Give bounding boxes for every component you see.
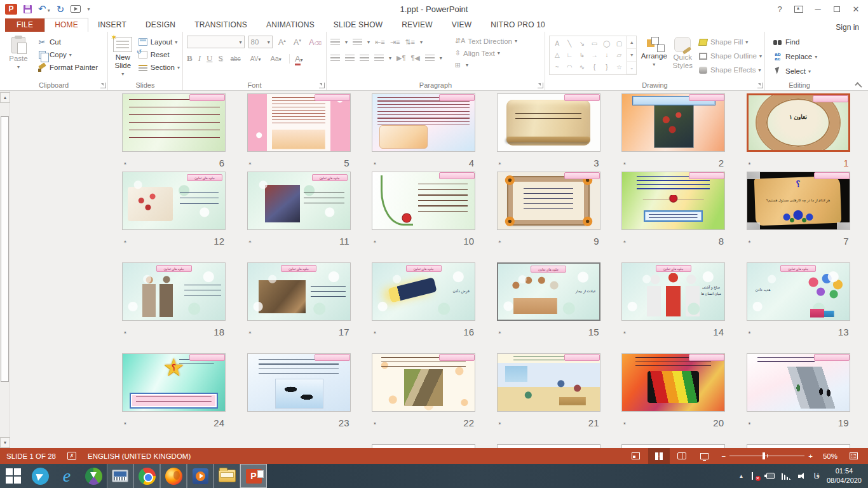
shapes-more-icon[interactable]: ⌄ <box>627 62 636 74</box>
slide-thumbnail[interactable]: تعاون ۱ <box>747 93 850 152</box>
slide-thumbnail[interactable]: جلوه های تعاون صلح و آشتی میان انسان ها <box>621 262 725 321</box>
reading-view-button[interactable] <box>671 448 693 464</box>
fit-slide-to-window-button[interactable] <box>843 448 864 464</box>
shapes-scroll-up-icon[interactable]: ▲ <box>627 36 636 49</box>
font-size-combo[interactable]: 80▾ <box>248 36 273 48</box>
layout-button[interactable]: Layout▾ <box>138 37 180 47</box>
slide-thumbnail[interactable] <box>372 93 475 152</box>
slide-thumbnail[interactable]: جلوه های تعاون <box>247 262 351 321</box>
slide-thumbnail[interactable] <box>372 172 475 230</box>
align-left-icon[interactable] <box>330 55 340 62</box>
slide-show-button[interactable] <box>694 448 715 464</box>
reset-button[interactable]: Reset <box>138 50 180 60</box>
tab-animations[interactable]: ANIMATIONS <box>257 18 324 32</box>
file-explorer-icon[interactable] <box>214 464 240 488</box>
slide-thumbnail[interactable]: جلوه های تعاون <box>122 172 226 230</box>
format-painter-button[interactable]: Format Painter <box>37 62 98 72</box>
font-name-combo[interactable]: ▾ <box>187 36 245 48</box>
slide-thumbnail[interactable] <box>122 93 226 152</box>
telegram-icon[interactable] <box>27 464 53 488</box>
slide-thumbnail[interactable] <box>497 93 600 152</box>
tab-nitro-pro[interactable]: NITRO PRO 10 <box>481 18 555 32</box>
ltr-direction-icon[interactable]: ▶¶ <box>397 54 405 62</box>
zoom-out-button[interactable]: − <box>722 452 726 460</box>
vertical-scrollbar[interactable]: ▲ ▼ <box>0 91 10 448</box>
undo-button[interactable]: ↶ ▾ <box>38 3 50 15</box>
right-arrow-shape-icon[interactable]: → <box>591 51 597 58</box>
tab-file[interactable]: FILE <box>5 18 44 32</box>
rtl-direction-icon[interactable]: ¶◀ <box>410 54 419 62</box>
power-status-icon[interactable] <box>766 473 775 479</box>
volume-icon[interactable] <box>798 473 807 480</box>
change-case-button[interactable]: Aa▾ <box>268 55 283 62</box>
collapse-ribbon-icon[interactable] <box>855 82 862 89</box>
network-signal-icon[interactable] <box>782 473 791 480</box>
slide-thumbnail[interactable]: جلوه های تعاون <box>247 172 351 230</box>
paste-button[interactable]: Paste ▾ <box>4 36 33 80</box>
slide-thumbnail[interactable]: جلوه های تعاون <box>122 262 226 321</box>
slide-thumbnail[interactable] <box>621 93 725 152</box>
increase-indent-icon[interactable]: ⇥≡ <box>390 38 400 46</box>
slide-thumbnail[interactable] <box>621 353 725 412</box>
section-button[interactable]: Section▾ <box>138 62 180 72</box>
chrome-icon[interactable] <box>133 464 160 488</box>
shapes-gallery[interactable]: A╲↘▭◯▢△∟↳→↓▱~◠∿{}☆ ▲ ▼ ⌄ <box>549 36 637 75</box>
justify-icon[interactable] <box>374 55 384 62</box>
idm-icon[interactable] <box>80 464 107 488</box>
tab-design[interactable]: DESIGN <box>136 18 185 32</box>
drawing-dialog-launcher-icon[interactable] <box>757 83 763 88</box>
sign-in-link[interactable]: Sign in <box>836 23 868 32</box>
quick-styles-button[interactable]: Quick Styles <box>671 36 694 80</box>
bullets-icon[interactable] <box>330 39 340 46</box>
restore-button[interactable] <box>827 2 846 16</box>
slide-thumbnail[interactable] <box>621 172 725 230</box>
oval-shape-icon[interactable]: ◯ <box>603 40 610 47</box>
normal-view-button[interactable] <box>625 448 647 464</box>
right-brace-shape-icon[interactable]: } <box>606 64 607 71</box>
rounded-rectangle-shape-icon[interactable]: ▢ <box>616 40 622 47</box>
zoom-level[interactable]: 50% <box>823 452 837 460</box>
shrink-font-icon[interactable]: A▾ <box>292 37 303 47</box>
text-direction-button[interactable]: ⇵AText Direction▾ <box>455 37 517 45</box>
ribbon-display-options-button[interactable] <box>789 2 808 16</box>
star-shape-icon[interactable]: ☆ <box>616 64 622 71</box>
grow-font-icon[interactable]: A▴ <box>276 37 288 47</box>
slide-thumbnail[interactable] <box>747 353 850 412</box>
text-box-shape-icon[interactable]: A <box>555 40 559 47</box>
shape-outline-button[interactable]: Shape Outline▾ <box>698 51 762 61</box>
tab-insert[interactable]: INSERT <box>88 18 136 32</box>
convert-to-smartart-button[interactable]: ⊞▾ <box>455 61 517 69</box>
underline-button[interactable]: U <box>207 53 212 64</box>
arrow-shape-icon[interactable]: ↘ <box>580 40 585 47</box>
zoom-slider-thumb[interactable] <box>763 452 765 459</box>
clock[interactable]: 01:5408/04/2020 <box>827 466 862 485</box>
arc-shape-icon[interactable]: ◠ <box>567 64 573 71</box>
customize-qat-icon[interactable]: ▾ <box>87 6 90 12</box>
font-dialog-launcher-icon[interactable] <box>319 83 325 88</box>
paragraph-dialog-launcher-icon[interactable] <box>538 83 543 88</box>
corner-shape-shape-icon[interactable]: ▱ <box>617 51 622 58</box>
close-button[interactable]: ✕ <box>846 2 865 16</box>
elbow-connector-shape-icon[interactable]: ∟ <box>566 51 573 58</box>
tab-view[interactable]: VIEW <box>442 18 481 32</box>
scribble-shape-icon[interactable]: ~ <box>555 64 559 71</box>
text-shadow-button[interactable]: S <box>218 53 222 64</box>
find-button[interactable]: Find <box>773 37 817 47</box>
shape-effects-button[interactable]: Shape Effects▾ <box>698 65 762 75</box>
slide-thumbnail[interactable]: ؟ هر کدام از ما در چه کارهایی مسئول هستی… <box>747 172 850 230</box>
spell-check-icon[interactable] <box>67 452 76 460</box>
decrease-indent-icon[interactable]: ⇤≡ <box>375 38 385 46</box>
shape-fill-button[interactable]: Shape Fill▾ <box>698 37 762 47</box>
slide-thumbnail[interactable]: جلوه های تعاون قرض دادن <box>372 262 475 321</box>
slide-thumbnail[interactable] <box>497 172 600 230</box>
elbow-arrow-connector-shape-icon[interactable]: ↳ <box>580 51 585 58</box>
redo-icon[interactable]: ↻ <box>57 4 65 14</box>
columns-icon[interactable] <box>425 55 435 62</box>
italic-button[interactable]: I <box>198 53 201 64</box>
powerpoint-icon[interactable]: P <box>240 464 267 488</box>
scroll-up-icon[interactable]: ▲ <box>0 92 10 103</box>
hidden-icons-chevron-icon[interactable]: ▲ <box>739 473 744 479</box>
slide-thumbnail[interactable] <box>247 93 351 152</box>
align-text-button[interactable]: ⇳Align Text▾ <box>455 49 517 57</box>
character-spacing-button[interactable]: AV▾ <box>248 55 263 62</box>
